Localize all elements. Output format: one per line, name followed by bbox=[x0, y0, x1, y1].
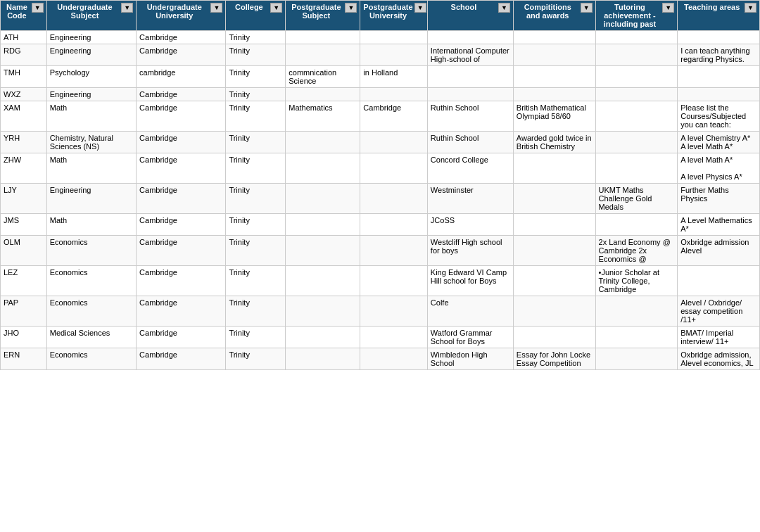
cell-teaching: BMAT/ Imperial interview/ 11+ bbox=[678, 327, 760, 348]
cell-college: Trinity bbox=[226, 348, 286, 370]
cell-pg_university bbox=[360, 236, 427, 266]
filter-btn-college[interactable]: ▼ bbox=[270, 3, 282, 13]
cell-college: Trinity bbox=[226, 236, 286, 266]
filter-btn-pg_subject[interactable]: ▼ bbox=[345, 3, 357, 13]
col-header-tutoring[interactable]: Tutoring achievement - including past▼ bbox=[595, 1, 678, 31]
cell-ug_university: Cambridge bbox=[137, 296, 226, 327]
cell-ug_subject: Engineering bbox=[46, 88, 136, 101]
col-header-teaching[interactable]: Teaching areas▼ bbox=[678, 1, 760, 31]
table-row: ATHEngineeringCambridgeTrinity bbox=[1, 31, 760, 44]
cell-ug_subject: Math bbox=[46, 214, 136, 236]
cell-pg_university bbox=[360, 44, 427, 66]
cell-school: Wimbledon High School bbox=[427, 348, 513, 370]
cell-pg_subject bbox=[286, 153, 360, 184]
cell-tutoring bbox=[595, 66, 678, 88]
cell-name_code: YRH bbox=[1, 132, 47, 153]
col-header-competitions[interactable]: Compititions and awards▼ bbox=[513, 1, 595, 31]
table-row: LJYEngineeringCambridgeTrinityWestminste… bbox=[1, 184, 760, 214]
cell-tutoring bbox=[595, 88, 678, 101]
cell-tutoring: •Junior Scholar at Trinity College, Camb… bbox=[595, 266, 678, 296]
cell-ug_university: Cambridge bbox=[137, 236, 226, 266]
cell-school: International Computer High-school of bbox=[427, 44, 513, 66]
cell-competitions bbox=[513, 31, 595, 44]
cell-pg_subject bbox=[286, 88, 360, 101]
filter-btn-tutoring[interactable]: ▼ bbox=[662, 3, 674, 13]
col-header-ug_subject[interactable]: Undergraduate Subject▼ bbox=[46, 1, 136, 31]
col-header-college[interactable]: College▼ bbox=[226, 1, 286, 31]
cell-pg_university bbox=[360, 31, 427, 44]
filter-btn-teaching[interactable]: ▼ bbox=[745, 3, 756, 13]
table-row: PAPEconomicsCambridgeTrinityColfeAlevel … bbox=[1, 296, 760, 327]
cell-name_code: JMS bbox=[1, 214, 47, 236]
filter-btn-ug_university[interactable]: ▼ bbox=[210, 3, 222, 13]
cell-teaching bbox=[678, 266, 760, 296]
cell-college: Trinity bbox=[226, 214, 286, 236]
cell-ug_subject: Economics bbox=[46, 296, 136, 327]
cell-pg_university: Cambridge bbox=[360, 101, 427, 132]
cell-college: Trinity bbox=[226, 88, 286, 101]
cell-teaching: A level Chemistry A* A level Math A* bbox=[678, 132, 760, 153]
cell-teaching bbox=[678, 31, 760, 44]
cell-pg_university bbox=[360, 296, 427, 327]
cell-name_code: RDG bbox=[1, 44, 47, 66]
cell-tutoring: UKMT Maths Challenge Gold Medals bbox=[595, 184, 678, 214]
cell-school: Westcliff High school for boys bbox=[427, 236, 513, 266]
cell-college: Trinity bbox=[226, 327, 286, 348]
table-row: RDGEngineeringCambridgeTrinityInternatio… bbox=[1, 44, 760, 66]
col-header-name_code[interactable]: Name Code▼ bbox=[1, 1, 47, 31]
filter-btn-pg_university[interactable]: ▼ bbox=[414, 3, 426, 13]
cell-competitions bbox=[513, 153, 595, 184]
data-table: Name Code▼Undergraduate Subject▼Undergra… bbox=[0, 0, 760, 370]
cell-ug_subject: Medical Sciences bbox=[46, 327, 136, 348]
table-row: LEZEconomicsCambridgeTrinityKing Edward … bbox=[1, 266, 760, 296]
cell-teaching: Please list the Courses/Subjected you ca… bbox=[678, 101, 760, 132]
cell-competitions: Awarded gold twice in British Chemistry bbox=[513, 132, 595, 153]
col-header-pg_subject[interactable]: Postgraduate Subject▼ bbox=[286, 1, 360, 31]
cell-competitions bbox=[513, 327, 595, 348]
cell-teaching: Alevel / Oxbridge/ essay competition /11… bbox=[678, 296, 760, 327]
table-row: TMHPsychologycambridgeTrinitycommnicatio… bbox=[1, 66, 760, 88]
cell-pg_subject: Mathematics bbox=[286, 101, 360, 132]
cell-teaching bbox=[678, 66, 760, 88]
cell-ug_university: Cambridge bbox=[137, 348, 226, 370]
cell-teaching: A Level Mathematics A* bbox=[678, 214, 760, 236]
cell-competitions bbox=[513, 44, 595, 66]
table-row: JMSMathCambridgeTrinityJCoSSA Level Math… bbox=[1, 214, 760, 236]
filter-btn-name_code[interactable]: ▼ bbox=[32, 3, 44, 13]
cell-teaching: Further Maths Physics bbox=[678, 184, 760, 214]
cell-tutoring bbox=[595, 44, 678, 66]
cell-tutoring bbox=[595, 31, 678, 44]
cell-ug_university: Cambridge bbox=[137, 184, 226, 214]
cell-tutoring bbox=[595, 296, 678, 327]
cell-tutoring bbox=[595, 101, 678, 132]
table-row: YRHChemistry, Natural Sciences (NS)Cambr… bbox=[1, 132, 760, 153]
col-header-school[interactable]: School▼ bbox=[427, 1, 513, 31]
col-header-ug_university[interactable]: Undergraduate University▼ bbox=[137, 1, 226, 31]
cell-ug_university: Cambridge bbox=[137, 266, 226, 296]
cell-school: King Edward VI Camp Hill school for Boys bbox=[427, 266, 513, 296]
col-header-pg_university[interactable]: Postgraduate University▼ bbox=[360, 1, 427, 31]
cell-school bbox=[427, 88, 513, 101]
cell-pg_subject bbox=[286, 348, 360, 370]
cell-pg_subject: commnication Science bbox=[286, 66, 360, 88]
cell-tutoring bbox=[595, 132, 678, 153]
table-header: Name Code▼Undergraduate Subject▼Undergra… bbox=[1, 1, 760, 31]
cell-school: Westminster bbox=[427, 184, 513, 214]
cell-teaching: Oxbridge admission, Alevel economics, JL bbox=[678, 348, 760, 370]
cell-name_code: JHO bbox=[1, 327, 47, 348]
cell-competitions bbox=[513, 88, 595, 101]
cell-school: Colfe bbox=[427, 296, 513, 327]
cell-school: Watford Grammar School for Boys bbox=[427, 327, 513, 348]
cell-pg_university bbox=[360, 348, 427, 370]
filter-btn-ug_subject[interactable]: ▼ bbox=[121, 3, 133, 13]
cell-ug_subject: Economics bbox=[46, 348, 136, 370]
cell-competitions: British Mathematical Olympiad 58/60 bbox=[513, 101, 595, 132]
filter-btn-competitions[interactable]: ▼ bbox=[581, 3, 593, 13]
cell-college: Trinity bbox=[226, 44, 286, 66]
cell-name_code: OLM bbox=[1, 236, 47, 266]
table-body: ATHEngineeringCambridgeTrinityRDGEnginee… bbox=[1, 31, 760, 370]
cell-name_code: WXZ bbox=[1, 88, 47, 101]
filter-btn-school[interactable]: ▼ bbox=[498, 3, 510, 13]
cell-college: Trinity bbox=[226, 296, 286, 327]
cell-competitions bbox=[513, 66, 595, 88]
